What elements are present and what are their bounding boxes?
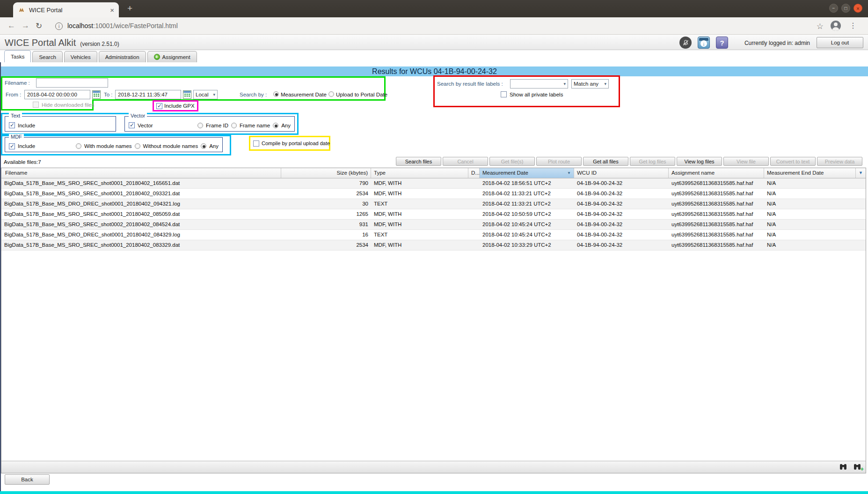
cell-type: MDF, WITH [371, 209, 468, 219]
url-field[interactable]: localhost:10001/wice/FastePortal.html [67, 22, 178, 29]
mdf-any-label: Any [209, 143, 219, 149]
new-tab-button[interactable]: + [127, 3, 132, 14]
tab-close-icon[interactable]: × [110, 6, 114, 14]
chevron-down-icon: ▾ [213, 92, 215, 97]
nav-tab[interactable]: Administration [99, 51, 146, 62]
show-private-labels-checkbox[interactable] [501, 91, 507, 97]
green-annotation-box-line [94, 99, 386, 101]
notifications-muted-icon[interactable] [679, 37, 692, 49]
back-button[interactable]: Back [5, 474, 50, 485]
column-header-size[interactable]: Size (kbytes) [281, 168, 371, 178]
toolbar-button[interactable]: View file [723, 157, 769, 166]
compile-by-upload-checkbox[interactable] [253, 140, 259, 147]
column-chooser-button[interactable]: ▼ [856, 168, 866, 178]
table-row[interactable]: BigData_517B_Base_MS_DRO_DREC_shot0001_2… [1, 199, 866, 209]
table-row[interactable]: BigData_517B_Base_MS_SRO_SREC_shot0002_2… [1, 220, 866, 230]
table-row[interactable]: BigData_517B_Base_MS_SRO_SREC_shot0001_2… [1, 189, 866, 199]
vector-any-radio[interactable] [273, 123, 278, 128]
cell-filename: BigData_517B_Base_MS_SRO_SREC_shot0001_2… [1, 209, 281, 219]
header-icons: ↓ ? [679, 37, 728, 49]
table-row[interactable]: BigData_517B_Base_MS_DRO_DREC_shot0001_2… [1, 230, 866, 240]
page-info-icon[interactable]: i [55, 22, 63, 30]
browser-forward-icon[interactable]: → [22, 21, 29, 30]
frame-id-radio[interactable] [197, 123, 203, 128]
download-manager-icon[interactable]: ↓ [698, 37, 710, 49]
cell-type: MDF, WITH [371, 240, 468, 250]
browser-back-icon[interactable]: ← [7, 21, 15, 30]
toolbar-button[interactable]: Convert to text [770, 157, 816, 166]
toolbar-button[interactable]: Get log files [630, 157, 675, 166]
mdf-any-radio[interactable] [201, 143, 206, 149]
column-header-filename[interactable]: Filename [1, 168, 281, 178]
filename-input[interactable] [36, 78, 108, 88]
nav-tab-label: Vehicles [71, 54, 91, 60]
yellow-annotation-box: Compile by portal upload date [249, 136, 330, 151]
to-calendar-icon[interactable] [183, 90, 191, 101]
cell-wcu-id: 04-1B-94-00-24-32 [574, 209, 669, 219]
cell-assignment-name: uyt6399526811368315585.haf.haf [669, 230, 764, 240]
nav-tab[interactable]: Search [32, 51, 62, 62]
nav-tab[interactable]: Vehicles [64, 51, 97, 62]
chevron-down-icon: ▾ [604, 81, 606, 86]
toolbar-button[interactable]: Get file(s) [489, 157, 535, 166]
window-maximize-button[interactable]: □ [841, 4, 850, 13]
result-labels-select[interactable]: ▾ [510, 79, 568, 88]
without-module-names-radio[interactable] [135, 143, 140, 149]
toolbar-button[interactable]: Cancel [443, 157, 488, 166]
browser-reload-icon[interactable]: ↻ [36, 21, 42, 31]
column-header-measurement-end-date[interactable]: Measurement End Date [764, 168, 856, 178]
screen: WICE Portal × + − □ × ← → ↻ i localhost:… [0, 0, 868, 494]
table-body: BigData_517B_Base_MS_SRO_SREC_shot0001_2… [1, 178, 866, 251]
table-row[interactable]: BigData_517B_Base_MS_SRO_SREC_shot0001_2… [1, 240, 866, 251]
column-header-wcu-id[interactable]: WCU ID [574, 168, 669, 178]
frame-id-label: Frame ID [206, 123, 228, 128]
help-icon[interactable]: ? [716, 37, 728, 49]
from-date-input[interactable] [24, 90, 90, 99]
column-header-assignment-name[interactable]: Assignment name [669, 168, 764, 178]
result-labels-label: Search by result file labels : [437, 81, 503, 87]
frame-name-radio[interactable] [231, 123, 237, 128]
cell-size: 2534 [281, 240, 371, 250]
nav-tab[interactable]: Tasks [4, 50, 31, 62]
browser-menu-icon[interactable]: ⋮ [849, 21, 857, 30]
browser-titlebar: WICE Portal × + − □ × [0, 0, 868, 17]
table-row[interactable]: BigData_517B_Base_MS_SRO_SREC_shot0001_2… [1, 178, 866, 189]
toolbar-button[interactable]: Preview data [817, 157, 862, 166]
table-row[interactable]: BigData_517B_Base_MS_SRO_SREC_shot0001_2… [1, 209, 866, 220]
to-date-input[interactable] [115, 90, 181, 99]
cell-type: TEXT [371, 230, 468, 240]
search-by-measurement-radio[interactable] [273, 91, 279, 97]
profile-avatar-icon[interactable] [831, 21, 841, 31]
window-minimize-button[interactable]: − [829, 4, 838, 13]
logout-button[interactable]: Log out [817, 37, 863, 48]
toolbar-button[interactable]: Search files [396, 157, 441, 166]
bookmark-star-icon[interactable]: ☆ [817, 22, 824, 31]
vector-include-checkbox[interactable] [129, 122, 135, 128]
timezone-select[interactable]: Local ▾ [193, 90, 218, 99]
column-header-measurement-date[interactable]: Measurement Date ▼ [480, 168, 574, 178]
window-close-button[interactable]: × [853, 4, 862, 13]
with-module-names-radio[interactable] [76, 143, 81, 149]
browser-tab[interactable]: WICE Portal × [13, 2, 119, 17]
match-mode-value: Match any [574, 81, 598, 87]
hide-downloaded-checkbox[interactable] [33, 102, 39, 108]
column-header-downloaded[interactable]: D... [468, 168, 480, 178]
column-header-type[interactable]: Type [371, 168, 468, 178]
cell-measurement-date: 2018-04-02 11:33:21 UTC+2 [480, 189, 574, 199]
match-mode-select[interactable]: Match any ▾ [571, 79, 609, 88]
include-gpx-checkbox[interactable] [156, 103, 162, 109]
toolbar-button[interactable]: View log files [677, 157, 722, 166]
text-include-checkbox[interactable] [9, 122, 15, 128]
cell-filename: BigData_517B_Base_MS_DRO_DREC_shot0001_2… [1, 230, 281, 240]
search-by-upload-radio[interactable] [328, 91, 334, 97]
find-add-icon[interactable]: + [853, 464, 861, 470]
table-header-row: Filename Size (kbytes) Type D... Measure… [1, 168, 866, 178]
from-calendar-icon[interactable] [92, 90, 101, 101]
mdf-include-checkbox[interactable] [9, 143, 15, 149]
toolbar-button[interactable]: Get all files [583, 157, 628, 166]
nav-tab[interactable]: Assignment [147, 51, 197, 62]
cell-size: 790 [281, 178, 371, 188]
toolbar-button[interactable]: Plot route [536, 157, 582, 166]
to-label: To : [104, 92, 113, 97]
find-icon[interactable] [839, 464, 847, 470]
